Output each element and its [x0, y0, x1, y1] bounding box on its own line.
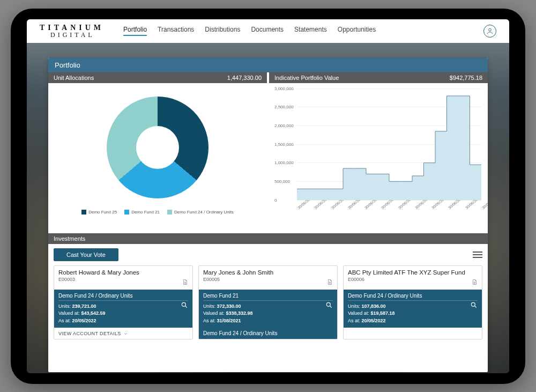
portfolio-value-chart: 0500,0001,000,0001,500,0002,000,0002,500… — [272, 88, 485, 212]
fund-name: Demo Fund 24 / Ordinary Units — [58, 293, 188, 301]
search-icon[interactable] — [325, 301, 333, 309]
fund-name-secondary: Demo Fund 24 / Ordinary Units — [199, 328, 337, 339]
investment-card: Mary Jones & John SmithE00005Demo Fund 2… — [198, 265, 338, 340]
nav-statements[interactable]: Statements — [294, 26, 327, 36]
investment-card: Robert Howard & Mary JonesE00003Demo Fun… — [54, 265, 193, 340]
units-row: Units: 239,721.00 — [58, 303, 188, 310]
donut-legend: Demo Fund 25 Demo Fund 21 Demo Fund 24 /… — [51, 210, 264, 215]
svg-point-0 — [489, 28, 492, 31]
portfolio-panel: Portfolio Unit Allocations 1,447,330.00 … — [48, 58, 488, 372]
units-row: Units: 372,330.00 — [203, 303, 333, 310]
unit-allocations-value: 1,447,330.00 — [227, 75, 262, 81]
asat-row: As at: 20/05/2022 — [58, 317, 188, 325]
indicative-value-box: Indicative Portfolio Value $942,775.18 0… — [269, 72, 488, 233]
brand-logo: TITANIUM DIGITAL — [40, 24, 104, 38]
valued-row: Valued at: $19,587.18 — [348, 310, 478, 317]
nav-opportunities[interactable]: Opportunities — [338, 26, 376, 36]
valued-row: Valued at: $43,542.59 — [58, 310, 188, 317]
indicative-value-amount: $942,775.18 — [450, 75, 482, 81]
chevron-down-icon — [123, 331, 128, 336]
fund-name: Demo Fund 21 — [203, 293, 333, 301]
investor-code: E00005 — [203, 277, 333, 282]
cast-vote-button[interactable]: Cast Your Vote — [54, 248, 118, 261]
indicative-value-label: Indicative Portfolio Value — [274, 75, 339, 81]
asat-row: As at: 31/08/2021 — [203, 317, 333, 325]
units-row: Units: 107,836.00 — [348, 303, 478, 310]
search-icon[interactable] — [181, 301, 188, 309]
portfolio-title: Portfolio — [48, 58, 488, 72]
fund-name: Demo Fund 24 / Ordinary Units — [348, 293, 478, 301]
investor-name: ABC Pty Limited ATF The XYZ Super Fund — [348, 269, 478, 276]
unit-allocations-label: Unit Allocations — [54, 75, 94, 81]
allocations-donut-chart — [107, 97, 209, 198]
investor-code: E00003 — [58, 277, 188, 282]
unit-allocations-box: Unit Allocations 1,447,330.00 Demo Fund … — [48, 72, 267, 233]
nav-transactions[interactable]: Transactions — [158, 26, 194, 36]
svg-point-3 — [471, 302, 475, 306]
document-icon[interactable] — [326, 279, 333, 286]
investor-name: Mary Jones & John Smith — [203, 269, 333, 276]
nav-distributions[interactable]: Distributions — [205, 26, 240, 36]
nav-portfolio[interactable]: Portfolio — [123, 26, 147, 36]
profile-icon[interactable] — [483, 25, 496, 38]
view-account-details-button[interactable]: VIEW ACCOUNT DETAILS — [54, 328, 192, 339]
nav-tabs: Portfolio Transactions Distributions Doc… — [123, 26, 376, 36]
asat-row: As at: 20/05/2022 — [348, 317, 478, 325]
investor-code: E00006 — [348, 277, 478, 282]
document-icon[interactable] — [471, 279, 478, 286]
top-nav: TITANIUM DIGITAL Portfolio Transactions … — [27, 19, 509, 43]
document-icon[interactable] — [182, 279, 188, 286]
investment-card: ABC Pty Limited ATF The XYZ Super FundE0… — [343, 265, 482, 340]
list-view-icon[interactable] — [473, 252, 482, 258]
nav-documents[interactable]: Documents — [251, 26, 284, 36]
investor-name: Robert Howard & Mary Jones — [58, 269, 188, 276]
svg-point-1 — [182, 302, 185, 306]
svg-point-2 — [326, 302, 330, 306]
valued-row: Valued at: $338,332.98 — [203, 310, 333, 317]
search-icon[interactable] — [470, 301, 478, 309]
investments-title: Investments — [48, 233, 488, 244]
